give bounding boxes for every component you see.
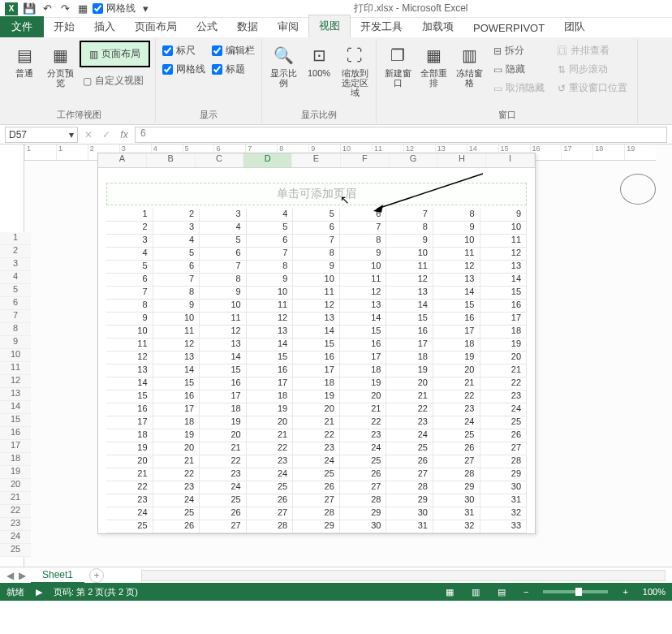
- fx-icon[interactable]: fx: [117, 129, 131, 140]
- cell[interactable]: 24: [293, 455, 340, 468]
- row-header[interactable]: 11: [0, 362, 31, 375]
- row-header[interactable]: 6: [0, 297, 31, 310]
- cell[interactable]: 17: [293, 364, 340, 377]
- qat-more-icon[interactable]: ▾: [137, 1, 153, 17]
- cell[interactable]: 25: [386, 442, 433, 455]
- cell[interactable]: 27: [480, 442, 528, 455]
- custom-view-button[interactable]: ▢自定义视图: [80, 72, 150, 89]
- cell[interactable]: 14: [200, 352, 247, 364]
- cell[interactable]: 22: [106, 481, 153, 494]
- cell[interactable]: 7: [106, 287, 153, 300]
- save-icon[interactable]: 💾: [21, 1, 37, 17]
- cell[interactable]: 15: [200, 364, 247, 377]
- cell[interactable]: 21: [386, 390, 433, 403]
- cell[interactable]: 17: [386, 339, 433, 352]
- cell[interactable]: 20: [106, 455, 153, 468]
- cell[interactable]: 27: [247, 507, 294, 520]
- cell[interactable]: 26: [480, 429, 528, 442]
- cell[interactable]: 7: [340, 222, 387, 235]
- cell[interactable]: 23: [106, 494, 153, 507]
- cell[interactable]: 14: [340, 313, 387, 326]
- cell[interactable]: 8: [153, 287, 200, 300]
- cell[interactable]: 15: [433, 300, 480, 313]
- cell[interactable]: 12: [480, 248, 528, 261]
- row-header[interactable]: 15: [0, 414, 31, 427]
- cell[interactable]: 23: [480, 390, 528, 403]
- cell[interactable]: 7: [200, 261, 247, 274]
- tab-formulas[interactable]: 公式: [187, 16, 227, 37]
- cell[interactable]: 16: [106, 403, 153, 416]
- cell[interactable]: 18: [293, 377, 340, 390]
- cell[interactable]: 19: [293, 390, 340, 403]
- cell[interactable]: 24: [247, 468, 294, 481]
- name-box[interactable]: D57▾: [5, 127, 78, 143]
- cell[interactable]: 9: [106, 313, 153, 326]
- cell[interactable]: 32: [480, 507, 528, 520]
- cell[interactable]: 12: [386, 274, 433, 287]
- cell[interactable]: 5: [247, 222, 294, 235]
- cell[interactable]: 24: [433, 416, 480, 429]
- tab-view[interactable]: 视图: [308, 15, 351, 37]
- cell[interactable]: 4: [200, 222, 247, 235]
- row-header[interactable]: 22: [0, 505, 31, 518]
- cell[interactable]: 13: [386, 287, 433, 300]
- cell[interactable]: 5: [200, 235, 247, 248]
- cell[interactable]: 5: [106, 261, 153, 274]
- cell[interactable]: 27: [340, 481, 387, 494]
- cell[interactable]: 13: [106, 364, 153, 377]
- cell[interactable]: 25: [293, 468, 340, 481]
- tab-insert[interactable]: 插入: [84, 16, 125, 37]
- row-header[interactable]: 23: [0, 518, 31, 531]
- cell[interactable]: 15: [293, 339, 340, 352]
- cell[interactable]: 9: [200, 287, 247, 300]
- cell[interactable]: 16: [247, 364, 294, 377]
- cell[interactable]: 15: [106, 390, 153, 403]
- cell[interactable]: 19: [106, 442, 153, 455]
- formula-bar[interactable]: 6: [135, 127, 667, 143]
- tab-addins[interactable]: 加载项: [412, 16, 463, 37]
- cell[interactable]: 28: [386, 481, 433, 494]
- cell[interactable]: 12: [293, 300, 340, 313]
- column-header-G[interactable]: G: [390, 153, 438, 167]
- cell[interactable]: 4: [106, 248, 153, 261]
- column-header-F[interactable]: F: [341, 153, 390, 167]
- cell[interactable]: 15: [247, 352, 294, 364]
- cell[interactable]: 13: [153, 352, 200, 364]
- ruler-check[interactable]: 标尺: [162, 44, 205, 58]
- cell[interactable]: 18: [106, 429, 153, 442]
- cell[interactable]: 10: [480, 222, 528, 235]
- cell[interactable]: 19: [433, 352, 480, 364]
- tab-file[interactable]: 文件: [0, 16, 44, 37]
- row-header[interactable]: 10: [0, 349, 31, 362]
- cell[interactable]: 30: [340, 520, 387, 533]
- row-header[interactable]: 19: [0, 466, 31, 479]
- cell[interactable]: 16: [386, 326, 433, 339]
- cell[interactable]: 19: [200, 416, 247, 429]
- cell[interactable]: 24: [480, 403, 528, 416]
- namebox-dropdown-icon[interactable]: ▾: [69, 129, 74, 140]
- cell[interactable]: 14: [433, 287, 480, 300]
- cell[interactable]: 11: [433, 248, 480, 261]
- cell[interactable]: 14: [106, 377, 153, 390]
- cell[interactable]: 26: [386, 455, 433, 468]
- undo-icon[interactable]: ↶: [39, 1, 55, 17]
- cell[interactable]: 12: [340, 287, 387, 300]
- cell[interactable]: 9: [293, 261, 340, 274]
- row-header[interactable]: 5: [0, 284, 31, 297]
- row-header[interactable]: 14: [0, 401, 31, 414]
- cell[interactable]: 10: [106, 326, 153, 339]
- cell[interactable]: 24: [153, 494, 200, 507]
- cell[interactable]: 21: [106, 468, 153, 481]
- redo-icon[interactable]: ↷: [57, 1, 73, 17]
- row-header[interactable]: 1: [0, 232, 31, 245]
- cell[interactable]: 9: [340, 248, 387, 261]
- row-header[interactable]: 3: [0, 258, 31, 271]
- cell[interactable]: 9: [153, 300, 200, 313]
- cell[interactable]: 18: [480, 326, 528, 339]
- cell[interactable]: 13: [293, 313, 340, 326]
- cell[interactable]: 18: [340, 364, 387, 377]
- row-header[interactable]: 2: [0, 245, 31, 258]
- cell[interactable]: 23: [293, 442, 340, 455]
- cell[interactable]: 22: [386, 403, 433, 416]
- cell[interactable]: 27: [386, 468, 433, 481]
